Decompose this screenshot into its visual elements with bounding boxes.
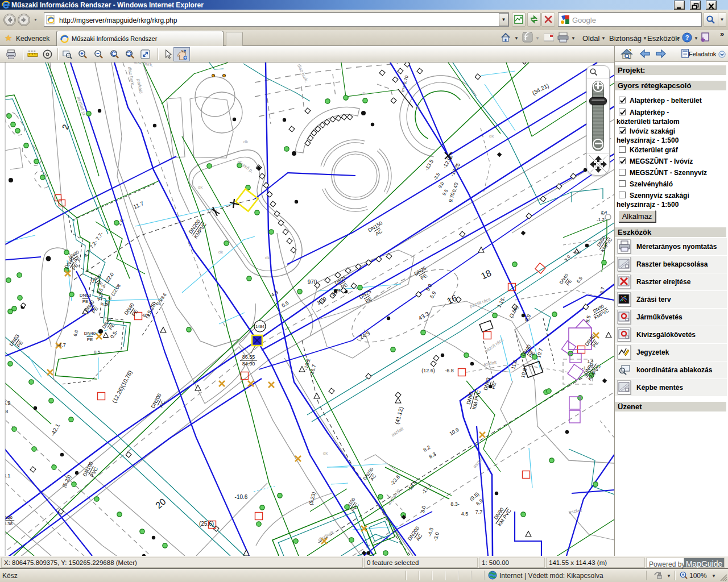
svg-text:84.90: 84.90 xyxy=(242,361,255,367)
svg-text:DN40: DN40 xyxy=(84,331,96,336)
svg-text:-6.8: -6.8 xyxy=(445,368,454,373)
svg-text:-4.7: -4.7 xyxy=(57,342,66,348)
svg-text:dk: dk xyxy=(198,185,203,190)
svg-text:dk: dk xyxy=(323,451,328,456)
svg-text:dk: dk xyxy=(362,91,367,96)
svg-text:4.5: 4.5 xyxy=(461,511,469,517)
svg-text:-1.2: -1.2 xyxy=(582,365,590,371)
svg-text:?: ? xyxy=(685,34,689,41)
svg-text:8.3-: 8.3- xyxy=(450,501,460,507)
svg-text:4.2(: 4.2( xyxy=(101,302,109,307)
svg-text:dk: dk xyxy=(265,255,270,260)
svg-text:(12.6): (12.6) xyxy=(421,368,435,373)
svg-text:970: 970 xyxy=(308,279,317,285)
svg-text:1.4: 1.4 xyxy=(601,210,607,215)
svg-text:86.55: 86.55 xyxy=(242,354,255,360)
svg-text:dk: dk xyxy=(489,134,494,139)
svg-text:dk: dk xyxy=(218,250,224,255)
svg-text:PE: PE xyxy=(87,337,93,342)
svg-text:(25.6): (25.6) xyxy=(199,521,214,527)
svg-text:7.7: 7.7 xyxy=(475,509,483,515)
svg-text:1484: 1484 xyxy=(255,325,264,329)
svg-text:-10.6: -10.6 xyxy=(235,494,248,500)
svg-text:1.4: 1.4 xyxy=(587,359,594,364)
svg-text:dk: dk xyxy=(416,105,421,110)
svg-text:dk: dk xyxy=(243,139,249,144)
svg-text:-1.2: -1.2 xyxy=(597,217,605,222)
svg-text:0.5-: 0.5- xyxy=(94,350,102,355)
svg-text:DN63: DN63 xyxy=(80,293,92,298)
